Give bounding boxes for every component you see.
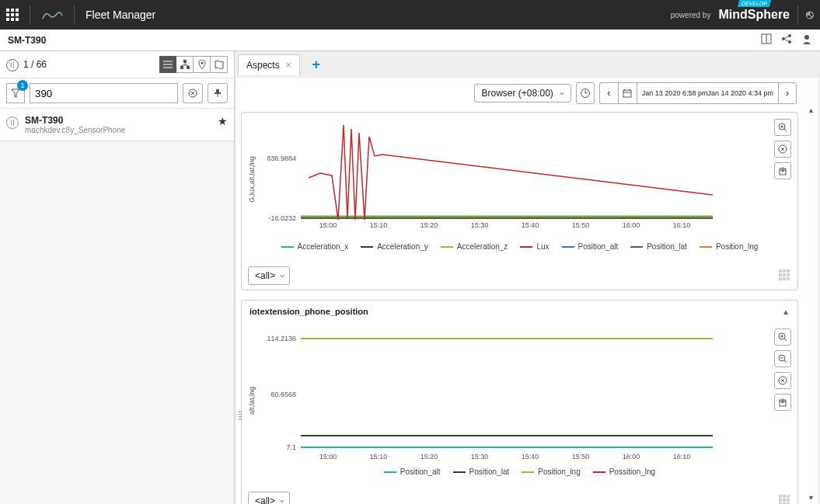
hierarchy-view-button[interactable] — [176, 56, 194, 73]
scroll-up-icon[interactable]: ▴ — [809, 106, 813, 116]
legend-label: Position_lng — [538, 468, 580, 476]
zoom-in-button[interactable] — [774, 119, 791, 136]
legend-item[interactable]: Lux — [520, 242, 549, 251]
variable-select-2[interactable]: <all> — [248, 492, 290, 504]
tab-add-button[interactable]: + — [306, 54, 326, 75]
share-icon[interactable] — [781, 33, 792, 47]
svg-text:15:10: 15:10 — [370, 453, 388, 459]
table-view-icon[interactable] — [779, 495, 791, 504]
export-button[interactable] — [774, 162, 791, 179]
svg-text:114.2136: 114.2136 — [267, 335, 296, 342]
env-badge: DEVELOP — [738, 0, 771, 7]
chart-2-svg: alt,lat,lng 114.2136 60.6568 7.1 15:00 1… — [246, 327, 721, 459]
zoom-in-button[interactable] — [774, 328, 791, 346]
legend-label: Position_alt — [578, 242, 619, 251]
time-range-display[interactable]: Jan 13 2020 6:58 pm Jan 14 2020 4:34 pm — [637, 82, 778, 104]
zoom-out-button[interactable] — [774, 350, 791, 367]
collapse-icon[interactable]: ▲ — [782, 308, 790, 316]
legend-item[interactable]: Position_lat — [453, 468, 510, 476]
chart-2-title: iotextension_phone_position — [249, 307, 368, 316]
legend-swatch — [441, 246, 453, 248]
logout-icon[interactable]: ⎋ — [806, 8, 814, 22]
apps-icon[interactable] — [6, 9, 19, 21]
legend-item[interactable]: Position_lng — [522, 468, 580, 476]
svg-line-6 — [785, 40, 788, 41]
legend-item[interactable]: Acceleration_y — [361, 242, 428, 251]
tab-aspects[interactable]: Aspects × — [238, 54, 300, 75]
brand-name: MindSphere — [718, 8, 790, 22]
export-button[interactable] — [774, 394, 791, 411]
list-view-button[interactable] — [159, 56, 176, 73]
svg-rect-23 — [215, 92, 221, 94]
legend-swatch — [520, 246, 532, 248]
legend-swatch — [522, 471, 534, 473]
chart-2-header[interactable]: iotextension_phone_position ▲ — [242, 301, 797, 322]
calendar-button[interactable] — [618, 82, 637, 104]
clear-search-button[interactable] — [183, 83, 203, 103]
svg-text:alt,lat,lng: alt,lat,lng — [248, 387, 256, 415]
legend-label: Possition_lng — [609, 468, 655, 476]
svg-rect-28 — [623, 90, 631, 97]
pin-view-button[interactable] — [194, 56, 211, 73]
chart-panel-2: iotextension_phone_position ▲ alt,lat,ln… — [241, 300, 798, 504]
panel-layout-icon[interactable] — [761, 33, 772, 47]
svg-rect-12 — [180, 66, 183, 69]
svg-point-4 — [788, 40, 791, 43]
legend-swatch — [700, 246, 712, 248]
legend-label: Position_lat — [647, 242, 687, 251]
svg-point-3 — [782, 37, 785, 40]
svg-text:15:40: 15:40 — [522, 453, 539, 459]
svg-text:15:00: 15:00 — [319, 453, 337, 459]
tab-close-icon[interactable]: × — [286, 60, 291, 71]
svg-text:15:20: 15:20 — [420, 221, 438, 229]
svg-text:16:10: 16:10 — [673, 453, 691, 459]
variable-select-1[interactable]: <all> — [248, 266, 290, 285]
legend-swatch — [593, 471, 605, 473]
asset-sidebar: 1 / 66 1 — [0, 51, 235, 504]
main-panel: Aspects × + Browser (+08:00) ‹ Jan 13 20… — [235, 51, 820, 504]
svg-line-61 — [784, 360, 787, 363]
svg-line-57 — [784, 339, 787, 341]
asset-list-item[interactable]: SM-T390 machkdev.c8y_SensorPhone ★ — [0, 109, 234, 141]
filter-button[interactable]: 1 — [6, 83, 25, 103]
timezone-select[interactable]: Browser (+08:00) — [474, 84, 571, 103]
time-next-button[interactable]: › — [778, 82, 797, 104]
table-view-icon[interactable] — [779, 269, 791, 282]
tab-label: Aspects — [246, 60, 280, 71]
legend-swatch — [562, 246, 574, 248]
tab-bar: Aspects × + — [235, 51, 820, 78]
scroll-down-icon[interactable]: ▾ — [809, 493, 813, 504]
legend-swatch — [630, 246, 643, 248]
asset-item-subtitle: machkdev.c8y_SensorPhone — [25, 126, 211, 134]
svg-text:15:00: 15:00 — [319, 221, 337, 229]
pin-filter-button[interactable] — [208, 83, 228, 103]
reset-button[interactable] — [774, 141, 791, 158]
legend-item[interactable]: Possition_lng — [593, 468, 655, 476]
legend-label: Position_alt — [400, 468, 441, 476]
user-icon[interactable] — [801, 33, 812, 47]
map-view-button[interactable] — [211, 56, 228, 73]
svg-text:7.1: 7.1 — [286, 443, 296, 451]
legend-item[interactable]: Position_alt — [384, 468, 441, 476]
favorite-icon[interactable]: ★ — [218, 115, 228, 134]
legend-item[interactable]: Acceleration_z — [441, 242, 508, 251]
time-prev-button[interactable]: ‹ — [599, 82, 618, 104]
vertical-scrollbar[interactable]: ▴ ▾ — [804, 106, 817, 504]
chart-panel-1: G,lux,alt,lat,lng 836.9884 -16.0232 — [241, 112, 798, 290]
clock-refresh-button[interactable] — [576, 82, 595, 104]
legend-item[interactable]: Position_alt — [562, 242, 619, 251]
legend-item[interactable]: Position_lat — [630, 242, 687, 251]
legend-item[interactable]: Position_lng — [700, 242, 758, 251]
reset-button[interactable] — [774, 372, 791, 389]
app-title: Fleet Manager — [85, 9, 155, 21]
asset-item-name: SM-T390 — [25, 115, 211, 126]
svg-rect-11 — [183, 60, 187, 63]
chart-2-legend: Position_altPosition_latPosition_lngPoss… — [246, 461, 793, 482]
svg-rect-13 — [187, 66, 190, 69]
svg-text:836.9884: 836.9884 — [267, 155, 296, 162]
search-input[interactable] — [30, 83, 178, 103]
legend-item[interactable]: Acceleration_x — [281, 242, 349, 251]
legend-label: Position_lng — [716, 242, 758, 251]
svg-text:16:10: 16:10 — [673, 221, 691, 229]
legend-swatch — [453, 471, 466, 473]
